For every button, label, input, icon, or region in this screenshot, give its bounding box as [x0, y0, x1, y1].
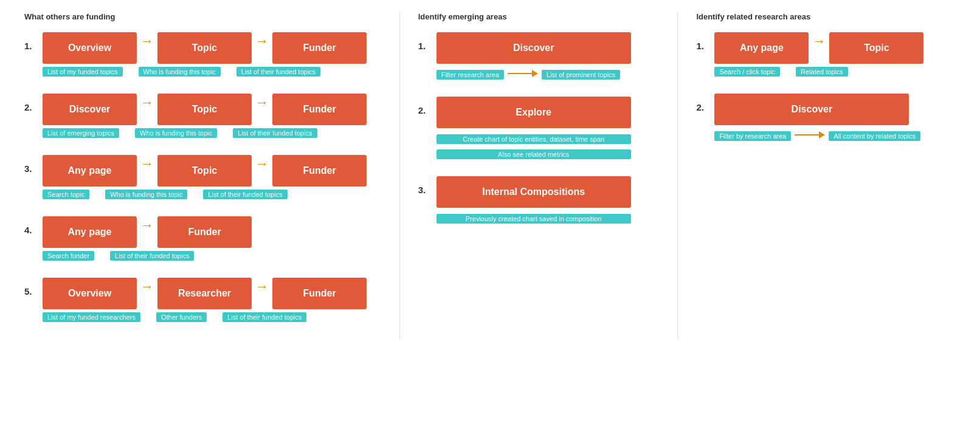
- flow-item-topic-3: Topic: [157, 155, 252, 187]
- tag-1b: Who is funding this topic: [139, 67, 221, 77]
- middle-row-3: 3. Internal Compositions Previously crea…: [418, 176, 672, 224]
- box-funder-1[interactable]: Funder: [272, 32, 367, 64]
- box-anypage-r1[interactable]: Any page: [714, 32, 809, 64]
- arrow-head-r2: [819, 131, 825, 139]
- tag-r1a: Search / click topic: [714, 67, 780, 77]
- box-researcher-5[interactable]: Researcher: [157, 278, 252, 309]
- row-number-5: 5.: [24, 286, 36, 297]
- middle-tags-3: Previously created chart saved in compos…: [437, 211, 631, 224]
- left-row-4: 4. Any page → Funder Search funder List …: [24, 216, 393, 261]
- flow-group-3: Any page → Topic → Funder Search topic W…: [43, 155, 367, 199]
- box-anypage-4[interactable]: Any page: [43, 216, 137, 248]
- box-explore-m2[interactable]: Explore: [437, 97, 631, 128]
- right-tags-1: Search / click topic Related topics: [714, 64, 923, 77]
- arrow-line-r2: [795, 134, 819, 135]
- box-funder-3[interactable]: Funder: [272, 155, 367, 187]
- box-anypage-3[interactable]: Any page: [43, 155, 137, 187]
- flow-group-2: Discover → Topic → Funder List of emergi…: [43, 94, 367, 138]
- middle-row-number-3: 3.: [418, 185, 430, 195]
- box-overview-1[interactable]: Overview: [43, 32, 137, 64]
- middle-column-header: Identify emerging areas: [418, 12, 672, 21]
- tag-5c: List of their funded topics: [223, 312, 306, 322]
- arrow-3b: →: [255, 156, 269, 172]
- tag-2c: List of their funded topics: [233, 128, 317, 138]
- box-funder-4[interactable]: Funder: [157, 216, 252, 248]
- box-discover-m1[interactable]: Discover: [437, 32, 631, 64]
- arrow-5b: →: [255, 279, 269, 295]
- box-topic-1[interactable]: Topic: [157, 32, 252, 64]
- box-discover-r2[interactable]: Discover: [714, 94, 909, 125]
- flow-items-row-4: Any page → Funder: [43, 216, 252, 248]
- right-flow-group-1: Any page → Topic Search / click topic Re…: [714, 32, 923, 77]
- tags-row-3: Search topic Who is funding this topic L…: [43, 187, 367, 199]
- left-row-1: 1. Overview → Topic → Funder List: [24, 32, 393, 77]
- arrow-5a: →: [140, 279, 154, 295]
- middle-column: Identify emerging areas 1. Discover Filt…: [399, 12, 678, 339]
- main-container: What others are funding 1. Overview → To…: [12, 12, 968, 339]
- box-topic-r1[interactable]: Topic: [829, 32, 923, 64]
- tag-2b: Who is funding this topic: [135, 128, 217, 138]
- arrow-2b: →: [255, 95, 269, 111]
- tag-m1a: Filter research area: [437, 70, 504, 80]
- box-overview-5[interactable]: Overview: [43, 278, 137, 309]
- right-row-number-2: 2.: [696, 102, 708, 112]
- left-column: What others are funding 1. Overview → To…: [12, 12, 399, 339]
- arrow-4a: →: [140, 218, 154, 233]
- flow-item-funder-5: Funder: [272, 278, 367, 309]
- arrow-head-m1: [532, 70, 538, 77]
- arrow-1a: →: [140, 33, 154, 49]
- row-number-4: 4.: [24, 225, 36, 235]
- tag-m2a: Create chart of topic entities, dataset,…: [437, 134, 631, 144]
- tags-row-4: Search funder List of their funded topic…: [43, 248, 252, 261]
- row-number-1: 1.: [24, 41, 36, 51]
- middle-tags-1: Filter research area List of prominent t…: [437, 67, 631, 80]
- tag-m1b: List of prominent topics: [542, 70, 620, 80]
- tag-2a: List of emerging topics: [43, 128, 119, 138]
- box-topic-3[interactable]: Topic: [157, 155, 252, 187]
- right-flow-items-1: Any page → Topic: [714, 32, 923, 64]
- box-funder-2[interactable]: Funder: [272, 94, 367, 125]
- flow-item-funder-2: Funder: [272, 94, 367, 125]
- tag-r2a: Filter by research area: [714, 131, 791, 141]
- right-row-number-1: 1.: [696, 41, 708, 51]
- box-funder-5[interactable]: Funder: [272, 278, 367, 309]
- middle-flow-items-2: Explore: [437, 97, 631, 128]
- flow-items-row-2: Discover → Topic → Funder: [43, 94, 367, 125]
- flow-item-anypage-3: Any page: [43, 155, 137, 187]
- middle-flow-group-3: Internal Compositions Previously created…: [437, 176, 631, 224]
- tag-m3a: Previously created chart saved in compos…: [437, 214, 631, 224]
- flow-group-4: Any page → Funder Search funder List of …: [43, 216, 252, 261]
- left-row-5: 5. Overview → Researcher → Funder: [24, 278, 393, 322]
- flow-items-row-3: Any page → Topic → Funder: [43, 155, 367, 187]
- flow-item-funder-4: Funder: [157, 216, 252, 248]
- flow-item-topic-r1: Topic: [829, 32, 923, 64]
- flow-item-overview-5: Overview: [43, 278, 137, 309]
- box-internal-m3[interactable]: Internal Compositions: [437, 176, 631, 208]
- right-row-2: 2. Discover Filter by research area All …: [696, 94, 962, 141]
- tag-4b: List of their funded topics: [110, 251, 194, 261]
- left-row-3: 3. Any page → Topic → Funder Searc: [24, 155, 393, 199]
- arrow-1b: →: [255, 33, 269, 49]
- flow-item-funder-3: Funder: [272, 155, 367, 187]
- flow-item-researcher-5: Researcher: [157, 278, 252, 309]
- middle-row-number-1: 1.: [418, 41, 430, 51]
- flow-item-overview-1: Overview: [43, 32, 137, 64]
- tag-r1b: Related topics: [796, 67, 848, 77]
- tag-4a: Search funder: [43, 251, 94, 261]
- flow-item-anypage-r1: Any page: [714, 32, 809, 64]
- flow-item-topic-2: Topic: [157, 94, 252, 125]
- left-column-header: What others are funding: [24, 12, 393, 21]
- middle-flow-items-1: Discover: [437, 32, 631, 64]
- flow-item-discover-2: Discover: [43, 94, 137, 125]
- tag-5b: Other funders: [156, 312, 207, 322]
- right-tags-2: Filter by research area All content by r…: [714, 128, 920, 141]
- box-topic-2[interactable]: Topic: [157, 94, 252, 125]
- middle-tags-2: Create chart of topic entities, dataset,…: [437, 131, 631, 159]
- tag-3a: Search topic: [43, 190, 89, 199]
- tag-3c: List of their funded topics: [203, 190, 287, 199]
- right-column: Identify related research areas 1. Any p…: [677, 12, 968, 339]
- flow-items-row-1: Overview → Topic → Funder: [43, 32, 367, 64]
- box-discover-2[interactable]: Discover: [43, 94, 137, 125]
- middle-flow-group-1: Discover Filter research area List of pr…: [437, 32, 631, 80]
- row-number-3: 3.: [24, 163, 36, 174]
